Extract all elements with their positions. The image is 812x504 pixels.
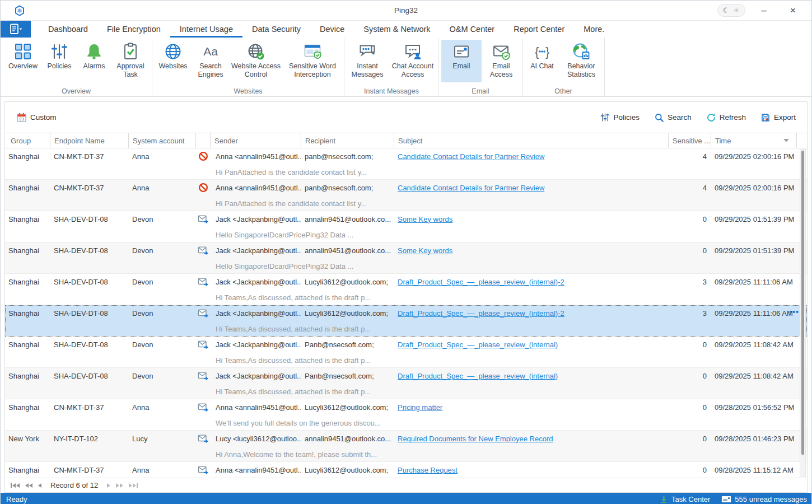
calendar-icon: 23 <box>16 112 27 123</box>
tab-device[interactable]: Device <box>310 21 354 38</box>
cell-sender: Anna <annalin9451@outl... <box>211 180 301 195</box>
subject-link[interactable]: Some Key words <box>398 215 452 223</box>
date-range-custom-button[interactable]: 23 Custom <box>16 112 57 123</box>
ribbon-button-label: Email <box>452 62 470 71</box>
subject-link[interactable]: Purchase Request <box>398 466 458 474</box>
blocked-icon <box>198 151 208 161</box>
row-menu-button[interactable]: ••• <box>789 307 799 316</box>
ribbon-button-website-access-control[interactable]: Website Access Control <box>230 40 282 82</box>
ribbon-button-email[interactable]: Email <box>441 40 482 82</box>
subject-link[interactable]: Candidate Contact Details for Partner Re… <box>398 184 544 192</box>
message-preview: Hi Teams,As discussed, attached is the d… <box>5 384 807 399</box>
cell-endpoint-name: CN-MKT-DT-37 <box>50 180 129 195</box>
task-center-button[interactable]: Task Center <box>660 495 710 503</box>
table-row[interactable]: Shanghai CN-MKT-DT-37 Anna Anna <annalin… <box>5 148 807 180</box>
ribbon-button-search-engines[interactable]: Aa Search Engines <box>193 40 228 82</box>
table-row[interactable]: Shanghai SHA-DEV-DT-08 Devon Jack <Jackp… <box>5 274 807 305</box>
tab-system-network[interactable]: System & Network <box>354 21 440 38</box>
fast-prev-button[interactable] <box>25 483 32 488</box>
tab-report-center[interactable]: Report Center <box>504 21 574 38</box>
table-row[interactable]: Shanghai SHA-DEV-DT-08 Devon Jack <Jackp… <box>5 242 807 274</box>
ribbon-button-ai-chat[interactable]: {} AI Chat <box>525 40 559 82</box>
policies-button[interactable]: Policies <box>600 113 640 122</box>
table-row[interactable]: Shanghai SHA-DEV-DT-08 Devon Jack <Jackp… <box>5 305 807 337</box>
unread-messages-button[interactable]: 555 unread messages <box>721 495 807 503</box>
subject-link[interactable]: Some Key words <box>398 246 452 255</box>
table-row[interactable]: New York NY-IT-DT-102 Lucy Lucy <lucyli3… <box>5 431 807 462</box>
cell-recipient: Lucyli3612@outlook.com; <box>301 274 394 290</box>
cell-subject: Required Documents for New Employee Reco… <box>394 431 669 446</box>
ribbon-group-label: Instant Messages <box>344 87 438 95</box>
ribbon-button-label: Instant Messages <box>347 62 388 79</box>
minimize-button[interactable]: – <box>753 2 774 19</box>
cell-subject: Pricing matter <box>394 399 669 415</box>
column-header-endpoint-name[interactable]: Endpoint Name <box>50 133 129 148</box>
first-page-button[interactable] <box>11 483 20 488</box>
ribbon-button-overview[interactable]: Overview <box>5 40 41 82</box>
ribbon-button-approval-task[interactable]: Approval Task <box>111 40 150 82</box>
theme-toggle[interactable]: ☾ ☀ <box>717 4 745 17</box>
filter-caret-icon[interactable] <box>783 139 789 142</box>
cell-endpoint-name: NY-IT-DT-102 <box>50 431 129 446</box>
next-record-button[interactable] <box>107 483 110 488</box>
column-header-subject[interactable]: Subject <box>394 133 669 148</box>
svg-text:Aa: Aa <box>203 45 218 58</box>
ribbon-group-instant-messages: Instant Messages Chat Account Access Ins… <box>344 38 439 96</box>
close-button[interactable]: × <box>782 2 804 19</box>
subject-link[interactable]: Required Documents for New Employee Reco… <box>398 435 553 443</box>
ribbon-button-behavior-statistics[interactable]: Behavior Statistics <box>561 40 602 82</box>
subject-link[interactable]: Pricing matter <box>398 403 442 412</box>
prev-record-button[interactable] <box>38 483 41 488</box>
app-menu-button[interactable] <box>1 21 31 38</box>
column-header-icon[interactable] <box>196 133 211 148</box>
table-row[interactable]: Shanghai SHA-DEV-DT-08 Devon Jack <Jackp… <box>5 337 807 368</box>
subject-link[interactable]: Draft_Product_Spec_—_please_review_(inte… <box>398 278 564 286</box>
ribbon-button-alarms[interactable]: Alarms <box>78 40 110 82</box>
tab-data-security[interactable]: Data Security <box>242 21 310 38</box>
subject-link[interactable]: Draft_Product_Spec_—_please_review_(inte… <box>398 340 558 349</box>
subject-link[interactable]: Draft_Product_Spec_—_please_review_(inte… <box>398 309 564 318</box>
column-header-time[interactable]: Time <box>711 133 797 148</box>
table-row[interactable]: Shanghai CN-MKT-DT-37 Anna Anna <annalin… <box>5 462 807 478</box>
tab-more[interactable]: More. <box>574 21 614 38</box>
table-row[interactable]: Shanghai CN-MKT-DT-37 Anna Anna <annalin… <box>5 399 807 431</box>
export-button[interactable]: Export <box>760 113 796 123</box>
search-button[interactable]: Search <box>654 113 692 123</box>
ribbon-button-instant-messages[interactable]: Instant Messages <box>347 40 388 82</box>
ribbon-button-chat-account-access[interactable]: Chat Account Access <box>389 40 436 82</box>
table-row[interactable]: Shanghai SHA-DEV-DT-08 Devon Jack <Jackp… <box>5 211 807 242</box>
cell-system-account: Anna <box>129 148 196 164</box>
fast-next-button[interactable] <box>116 483 123 488</box>
column-header-recipient[interactable]: Recipient <box>301 133 394 148</box>
cell-group: Shanghai <box>5 148 50 164</box>
cell-subject: Draft_Product_Spec_—_please_review_(inte… <box>394 274 669 290</box>
column-header-sender[interactable]: Sender <box>211 133 301 148</box>
ribbon-button-email-access[interactable]: Email Access <box>483 40 520 82</box>
tab-file-encryption[interactable]: File Encryption <box>97 21 170 38</box>
vertical-scrollbar[interactable] <box>800 149 806 477</box>
ribbon-button-websites[interactable]: Websites <box>155 40 192 82</box>
cell-system-account: Anna <box>129 180 196 195</box>
tab-internet-usage[interactable]: Internet Usage <box>170 21 242 38</box>
table-row[interactable]: Shanghai CN-MKT-DT-37 Anna Anna <annalin… <box>5 180 807 211</box>
cell-group: Shanghai <box>5 337 50 352</box>
tab-dashboard[interactable]: Dashboard <box>39 21 97 38</box>
table-row[interactable]: Shanghai SHA-DEV-DT-08 Devon Jack <Jackp… <box>5 368 807 399</box>
ribbon-button-policies[interactable]: Policies <box>42 40 77 82</box>
subject-link[interactable]: Candidate Contact Details for Partner Re… <box>398 152 544 161</box>
sliders-icon <box>50 43 68 60</box>
subject-link[interactable]: Draft_Product_Spec_—_please_review_(inte… <box>398 372 558 380</box>
ribbon-button-sensitive-word-interception[interactable]: Sensitive Word Interception <box>283 40 342 82</box>
scrollbar-thumb[interactable] <box>801 151 804 455</box>
column-header-sensitive[interactable]: Sensitive ... <box>669 133 711 148</box>
column-header-group[interactable]: Group <box>5 133 50 148</box>
column-header-system-account[interactable]: System account <box>129 133 196 148</box>
message-preview: Hi PanAttached is the candidate contact … <box>5 164 807 180</box>
refresh-button[interactable]: Refresh <box>706 113 746 123</box>
message-preview: Hi Teams,As discussed, attached is the d… <box>5 321 807 337</box>
cell-recipient: Panb@nsecsoft.com; <box>301 368 394 384</box>
tab-om-center[interactable]: O&M Center <box>440 21 505 38</box>
app-menu-icon <box>8 23 23 35</box>
last-page-button[interactable] <box>129 483 138 488</box>
custom-button-label: Custom <box>30 113 57 122</box>
